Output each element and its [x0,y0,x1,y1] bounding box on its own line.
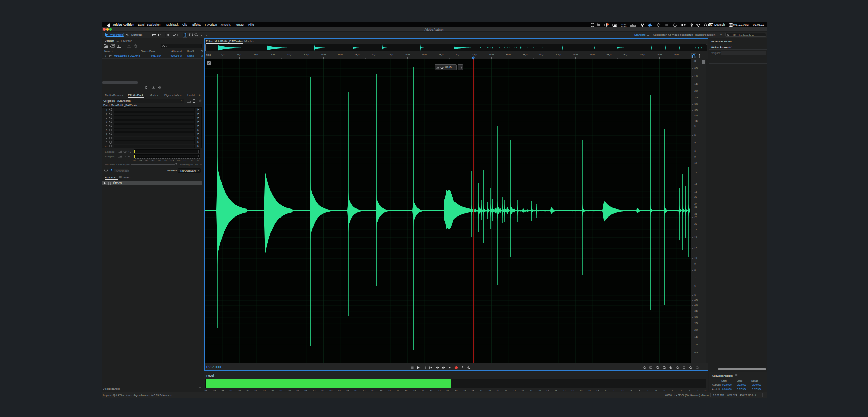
svg-text:1,5 kB/s: 1,5 kB/s [621,25,626,27]
